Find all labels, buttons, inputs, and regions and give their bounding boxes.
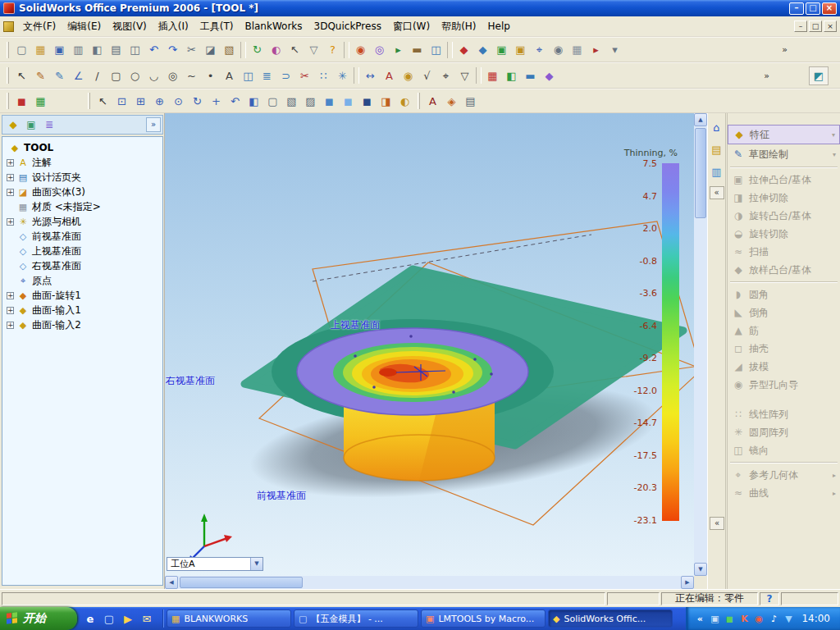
- launch-mail-icon[interactable]: ✉: [139, 610, 155, 627]
- chamfer[interactable]: ◣ 倒角: [728, 304, 840, 322]
- standard-views-icon[interactable]: ◧: [244, 92, 263, 110]
- sketch-header[interactable]: ✎ 草图绘制 ▾: [728, 144, 840, 164]
- expand-icon[interactable]: +: [7, 218, 14, 226]
- expand-icon[interactable]: +: [7, 174, 14, 181]
- configurationmanager-tab-icon[interactable]: ≣: [40, 116, 58, 133]
- tray-network-icon[interactable]: ▼: [782, 612, 795, 625]
- home-icon[interactable]: ⌂: [710, 120, 724, 135]
- 3dquickpress-tool-icon[interactable]: ◆: [454, 41, 473, 59]
- toolbar-overflow-icon[interactable]: »: [764, 71, 769, 81]
- mdi-minimize-button[interactable]: –: [794, 21, 807, 32]
- customize-icon[interactable]: ▾: [605, 41, 624, 59]
- hidden-lines-visible-icon[interactable]: ▧: [282, 92, 301, 110]
- shadows-icon[interactable]: ◼: [358, 92, 377, 110]
- scroll-up-icon[interactable]: ▲: [694, 113, 707, 126]
- toolbar-grip[interactable]: [7, 93, 9, 109]
- pan-icon[interactable]: +: [207, 92, 226, 110]
- datum-plane-label[interactable]: 上视基准面: [331, 318, 380, 332]
- mesh-display-icon[interactable]: ▦: [31, 92, 50, 110]
- pdmworks-icon[interactable]: ◫: [427, 41, 445, 59]
- menu-item[interactable]: BlankWorks: [239, 17, 308, 35]
- expand-icon[interactable]: +: [7, 189, 14, 196]
- feature-tree-item[interactable]: ◇ 右视基准面: [2, 258, 162, 273]
- launch-desktop-icon[interactable]: ▢: [101, 610, 117, 627]
- scroll-down-icon[interactable]: ▼: [694, 563, 707, 576]
- select-tool-icon[interactable]: ↖: [285, 41, 304, 59]
- rib[interactable]: ▲ 筋: [728, 322, 840, 340]
- mdi-restore-button[interactable]: □: [809, 21, 822, 32]
- feature-tree-item[interactable]: + ◆ 曲面-旋转1: [2, 288, 162, 303]
- toolbar-overflow-icon[interactable]: »: [782, 44, 788, 55]
- photoworks-icon[interactable]: ◎: [370, 41, 389, 59]
- menu-item[interactable]: 文件(F): [17, 16, 62, 37]
- horizontal-scroll-thumb[interactable]: [180, 577, 303, 588]
- expand-icon[interactable]: +: [7, 322, 14, 329]
- feature-tree-item[interactable]: + ◆ 曲面-输入1: [2, 303, 162, 317]
- draft[interactable]: ◢ 拔模: [728, 358, 840, 376]
- feature-tree-item[interactable]: + ◆ 曲面-输入2: [2, 317, 162, 332]
- menu-item[interactable]: Help: [482, 17, 516, 35]
- rotate-view-icon[interactable]: ↻: [188, 92, 207, 110]
- file-explorer-icon[interactable]: ▥: [710, 164, 724, 179]
- design-library-icon[interactable]: ▤: [710, 142, 724, 157]
- task-pane-toggle-icon[interactable]: ◩: [809, 66, 829, 85]
- toolbox-icon[interactable]: ▬: [408, 41, 427, 59]
- menu-item[interactable]: 3DQuickPress: [308, 17, 387, 35]
- feature-tree-item[interactable]: + ✳ 光源与相机: [2, 214, 162, 229]
- blankworks-thinning-icon[interactable]: ▦: [483, 66, 502, 84]
- start-button[interactable]: 开始: [0, 607, 77, 630]
- spline-icon[interactable]: ~: [182, 66, 201, 84]
- arc-icon[interactable]: ◡: [144, 66, 163, 84]
- make-drawing-icon[interactable]: ▥: [69, 41, 88, 59]
- feature-tree-item[interactable]: + ▤ 设计活页夹: [2, 170, 162, 185]
- toolbar-grip[interactable]: [7, 42, 9, 58]
- menu-item[interactable]: 窗口(W): [387, 16, 436, 37]
- mirror-entities-icon[interactable]: ◫: [239, 66, 258, 84]
- toolbar-separator[interactable]: [354, 67, 359, 84]
- zoom-to-selection-icon[interactable]: ⊙: [169, 92, 188, 110]
- mirror-feature[interactable]: ◫ 镜向: [728, 441, 840, 459]
- reference-geometry[interactable]: ⌖ 参考几何体 ▸: [728, 466, 840, 484]
- expand-icon[interactable]: +: [7, 307, 14, 314]
- extruded-cut[interactable]: ◨ 拉伸切除: [728, 189, 840, 207]
- toolbar-grip[interactable]: [418, 93, 420, 109]
- viewport-vertical-scrollbar[interactable]: ▲ ▼: [694, 113, 707, 576]
- taskbar-task-button[interactable]: ▦ BLANKWORKS: [167, 609, 291, 628]
- menu-item[interactable]: 帮助(H): [436, 16, 482, 37]
- fillet[interactable]: ◗ 圆角: [728, 285, 840, 304]
- help-icon[interactable]: ?: [323, 41, 342, 59]
- expand-icon[interactable]: +: [7, 292, 14, 299]
- edit-color-icon[interactable]: ◐: [267, 41, 285, 59]
- save-icon[interactable]: ▣: [50, 41, 69, 59]
- toolbar-separator[interactable]: [344, 42, 349, 58]
- taskbar-task-button[interactable]: ▢ 【五金模具】 - ...: [294, 609, 418, 628]
- print-icon[interactable]: ▤: [107, 41, 126, 59]
- vertical-scroll-thumb[interactable]: [695, 128, 706, 218]
- print-preview-icon[interactable]: ◫: [126, 41, 144, 59]
- toolbar-grip[interactable]: [88, 93, 90, 109]
- shaded-with-edges-icon[interactable]: ◼: [320, 92, 339, 110]
- toolbar-grip[interactable]: [7, 67, 9, 84]
- toolbar-separator[interactable]: [447, 42, 453, 58]
- ellipse-icon[interactable]: ◎: [163, 66, 182, 84]
- undo-icon[interactable]: ↶: [144, 41, 163, 59]
- curves[interactable]: ≈ 曲线 ▸: [728, 484, 840, 502]
- feature-tree-item[interactable]: ⌖ 原点: [2, 273, 162, 288]
- point-icon[interactable]: •: [201, 66, 220, 84]
- mdi-close-button[interactable]: ×: [824, 21, 837, 32]
- tray-volume-icon[interactable]: ♪: [767, 612, 780, 625]
- coordinate-combo[interactable]: 工位A ▼: [167, 557, 263, 571]
- launch-browser-icon[interactable]: e: [82, 610, 98, 627]
- menu-item[interactable]: 插入(I): [153, 16, 194, 37]
- surface-finish-icon[interactable]: √: [418, 66, 436, 84]
- quickpress-strip-layout-icon[interactable]: ▬: [521, 66, 540, 84]
- tray-alert-icon[interactable]: ◉: [752, 612, 765, 625]
- feature-tree-item[interactable]: ▦ 材质 <未指定>: [2, 199, 162, 214]
- new-document-icon[interactable]: ▢: [12, 41, 31, 59]
- revolved-boss-base[interactable]: ◑ 旋转凸台/基体: [728, 207, 840, 225]
- menu-item[interactable]: 工具(T): [194, 16, 240, 37]
- make-assembly-icon[interactable]: ◧: [88, 41, 107, 59]
- line-icon[interactable]: /: [88, 66, 107, 84]
- realview-icon[interactable]: ◐: [395, 92, 414, 110]
- collapse-pane-icon[interactable]: «: [710, 186, 724, 199]
